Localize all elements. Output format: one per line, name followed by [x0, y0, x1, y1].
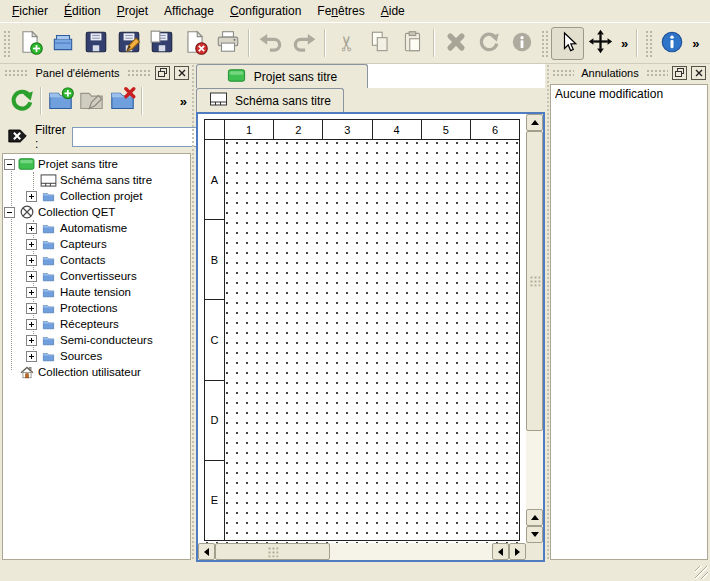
tree-item-protections[interactable]: Protections — [3, 300, 190, 316]
menu-fichier[interactable]: Fichier — [4, 1, 56, 21]
column-header: 4 — [373, 120, 422, 140]
tree-item-schema[interactable]: Schéma sans titre — [3, 172, 190, 188]
expand-toggle[interactable] — [26, 287, 37, 298]
scroll-left-button[interactable] — [198, 543, 215, 560]
vertical-scroll-thumb[interactable] — [526, 131, 543, 431]
delete-category-button[interactable] — [107, 86, 138, 117]
elements-panel-header[interactable]: Panel d'éléments — [2, 64, 191, 81]
print-button[interactable] — [211, 27, 244, 60]
cut-button[interactable]: ✂ — [330, 27, 363, 60]
menu-configuration[interactable]: Configuration — [222, 1, 309, 21]
toolbar-overflow-button[interactable]: » — [688, 36, 703, 51]
folder-edit-icon — [78, 86, 105, 116]
save-all-button[interactable] — [145, 27, 178, 60]
collapse-toggle[interactable] — [4, 159, 15, 170]
float-dock-button[interactable] — [672, 66, 687, 80]
splitter-left[interactable] — [191, 64, 195, 560]
vertical-scrollbar[interactable] — [526, 114, 543, 543]
info-blue-icon — [659, 29, 685, 58]
expand-toggle[interactable] — [26, 303, 37, 314]
dock-drag-handle[interactable] — [552, 69, 574, 77]
expand-toggle[interactable] — [26, 239, 37, 250]
schema-sheet: 1 2 3 4 5 6 A B C D E — [204, 119, 520, 541]
folder-icon — [40, 238, 57, 251]
element-info-button[interactable] — [505, 27, 538, 60]
select-tool-button[interactable] — [551, 27, 584, 60]
close-dock-button[interactable] — [174, 66, 189, 80]
new-category-button[interactable] — [45, 86, 76, 117]
expand-toggle[interactable] — [26, 223, 37, 234]
paste-button[interactable] — [396, 27, 429, 60]
tree-item-collection-projet[interactable]: Collection projet — [3, 188, 190, 204]
toolbar-drag-handle[interactable] — [644, 29, 653, 57]
scroll-up-button[interactable] — [526, 114, 543, 131]
tree-item-capteurs[interactable]: Capteurs — [3, 236, 190, 252]
tree-item-convertisseurs[interactable]: Convertisseurs — [3, 268, 190, 284]
undo-list-item[interactable]: Aucune modification — [551, 85, 707, 103]
scroll-right-button[interactable] — [509, 543, 526, 560]
tab-projet-sans-titre[interactable]: Projet sans titre — [196, 64, 368, 88]
expand-toggle[interactable] — [26, 335, 37, 346]
undo-dock-title: Annulations — [578, 67, 642, 79]
scroll-down-button[interactable] — [526, 526, 543, 543]
float-dock-button[interactable] — [155, 66, 170, 80]
toolbar-drag-handle[interactable] — [540, 29, 549, 57]
edit-category-button[interactable] — [76, 86, 107, 117]
undo-history-list[interactable]: Aucune modification — [550, 84, 708, 560]
panel-toolbar-overflow-button[interactable]: » — [176, 94, 191, 109]
expand-toggle[interactable] — [26, 271, 37, 282]
toolbar-separator — [324, 29, 326, 57]
menu-projet[interactable]: Projet — [109, 1, 156, 21]
collapse-toggle[interactable] — [4, 207, 15, 218]
expand-toggle[interactable] — [26, 319, 37, 330]
reload-collections-button[interactable] — [6, 86, 37, 117]
rotate-button[interactable] — [472, 27, 505, 60]
horizontal-scrollbar[interactable] — [198, 543, 526, 560]
expand-toggle[interactable] — [26, 255, 37, 266]
schema-canvas[interactable]: 1 2 3 4 5 6 A B C D E — [198, 114, 526, 543]
undo-button[interactable] — [254, 27, 287, 60]
tree-item-contacts[interactable]: Contacts — [3, 252, 190, 268]
menu-aide[interactable]: Aide — [373, 1, 413, 21]
close-document-button[interactable] — [178, 27, 211, 60]
dock-drag-handle[interactable] — [646, 69, 668, 77]
toolbar-overflow-button[interactable]: » — [617, 36, 632, 51]
vertical-scroll-track[interactable] — [526, 431, 543, 509]
dock-drag-handle[interactable] — [127, 69, 151, 77]
tree-item-automatisme[interactable]: Automatisme — [3, 220, 190, 236]
tab-schema-sans-titre[interactable]: Schéma sans titre — [196, 88, 344, 112]
menu-edition[interactable]: Édition — [56, 1, 109, 21]
tree-item-recepteurs[interactable]: Récepteurs — [3, 316, 190, 332]
toolbar-drag-handle[interactable] — [2, 29, 11, 57]
copy-button[interactable] — [363, 27, 396, 60]
splitter-right[interactable] — [546, 64, 550, 560]
open-project-button[interactable] — [46, 27, 79, 60]
tree-item-project[interactable]: Projet sans titre — [3, 156, 190, 172]
about-info-button[interactable] — [655, 27, 688, 60]
tree-item-sources[interactable]: Sources — [3, 348, 190, 364]
close-dock-button[interactable] — [691, 66, 706, 80]
scroll-up-button-2[interactable] — [526, 509, 543, 526]
expand-toggle[interactable] — [26, 351, 37, 362]
clear-filter-button[interactable] — [7, 125, 29, 150]
dock-drag-handle[interactable] — [4, 69, 28, 77]
schema-view: 1 2 3 4 5 6 A B C D E — [196, 112, 545, 562]
undo-dock-header[interactable]: Annulations — [550, 64, 708, 81]
tree-item-haute-tension[interactable]: Haute tension — [3, 284, 190, 300]
menu-affichage[interactable]: Affichage — [156, 1, 222, 21]
menu-fenetres[interactable]: Fenêtres — [309, 1, 372, 21]
delete-button[interactable] — [439, 27, 472, 60]
move-tool-button[interactable] — [584, 27, 617, 60]
horizontal-scroll-thumb[interactable] — [215, 543, 330, 560]
expand-toggle[interactable] — [26, 191, 37, 202]
scroll-left-button-2[interactable] — [492, 543, 509, 560]
tree-item-collection-utilisateur[interactable]: Collection utilisateur — [3, 364, 190, 380]
resize-grip-icon[interactable] — [695, 566, 708, 579]
save-as-button[interactable] — [112, 27, 145, 60]
save-button[interactable] — [79, 27, 112, 60]
horizontal-scroll-track[interactable] — [330, 543, 492, 560]
redo-button[interactable] — [287, 27, 320, 60]
new-document-button[interactable] — [13, 27, 46, 60]
tree-item-collection-qet[interactable]: Collection QET — [3, 204, 190, 220]
tree-item-semi-conducteurs[interactable]: Semi-conducteurs — [3, 332, 190, 348]
